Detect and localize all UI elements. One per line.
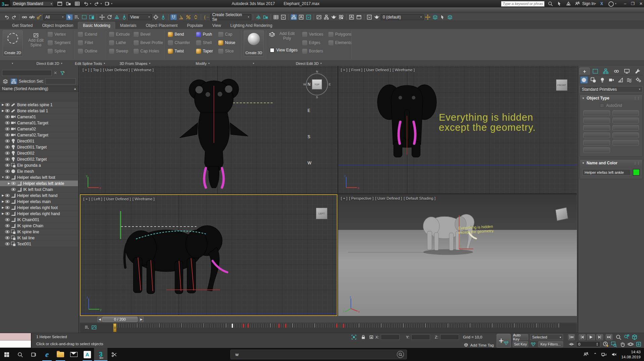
motion-tab-icon[interactable] (611, 68, 622, 75)
visibility-eye-icon[interactable] (5, 194, 10, 197)
ribbon-button[interactable]: Bevel (134, 31, 163, 38)
expand-arrow-icon[interactable]: ▶ (1, 109, 5, 112)
viewcube[interactable]: LEFT (316, 208, 327, 219)
selection-filter-dropdown[interactable]: All ▾ (43, 14, 65, 20)
ribbon-button[interactable]: Fillet (78, 39, 97, 46)
scene-object-row[interactable]: ▶ Helper elefas main (0, 199, 78, 205)
time-slider-handle[interactable]: 0 / 200 (102, 317, 138, 322)
menu-item[interactable] (12, 7, 19, 13)
ribbon-button[interactable]: Cap (218, 31, 235, 38)
scene-object-row[interactable]: ▶ Helper elefas right foot (0, 205, 78, 211)
named-selection-set-dropdown[interactable]: Create Selection Se ▾ (210, 14, 251, 20)
listener-script-row[interactable] (0, 340, 31, 348)
ribbon-button[interactable]: Taper (196, 48, 213, 54)
select-link-icon[interactable] (21, 14, 28, 20)
taskbar-search-icon[interactable] (13, 348, 27, 361)
select-object-icon[interactable] (66, 14, 73, 20)
scene-object-row[interactable]: Camera02.Target (0, 132, 78, 138)
sign-in-button[interactable]: Sign In ▾ (574, 1, 596, 7)
systems-icon[interactable] (635, 76, 643, 84)
app-logo-icon[interactable]: 3MAX (0, 0, 10, 7)
auto-key-button[interactable]: Auto Key (513, 334, 528, 340)
trackbar-mode-icons[interactable] (85, 325, 97, 330)
ribbon-button[interactable]: Cap Holes (134, 48, 163, 54)
key-mode-toggle-icon[interactable] (568, 341, 575, 347)
menu-item[interactable] (56, 7, 64, 13)
ribbon-tab[interactable]: Populate (182, 22, 208, 29)
trackbar-scale[interactable]: 0 (115, 323, 559, 333)
viewport-pov-label[interactable]: [ User Defined ] (364, 68, 391, 72)
primitive-button[interactable] (583, 118, 610, 123)
keyframe-marker[interactable] (278, 324, 280, 328)
keyword-search-input[interactable] (501, 1, 545, 7)
ribbon-button[interactable]: Bevel Profile (134, 39, 163, 46)
play-button[interactable] (587, 334, 595, 340)
ribbon-button[interactable]: Vertex (48, 31, 71, 38)
scene-object-row[interactable]: IK spine Chain (0, 223, 78, 229)
create-3d-button[interactable]: Create 3D (244, 30, 264, 56)
ribbon-button[interactable]: Polygons (328, 31, 352, 38)
undo-icon[interactable] (3, 14, 10, 20)
primitive-button[interactable] (583, 110, 610, 116)
compass-point[interactable]: S (316, 95, 318, 99)
ribbon-tab[interactable]: Object Inspection (37, 22, 78, 29)
viewport-name-label[interactable]: [ Perspective ] (349, 196, 374, 200)
ribbon-button[interactable]: Sweep (109, 48, 130, 54)
curve-editor-icon[interactable] (316, 14, 322, 20)
isolate-selection-icon[interactable] (424, 14, 431, 20)
current-frame-field[interactable]: 0 ▲▼ (576, 341, 600, 347)
visibility-eye-icon[interactable] (5, 152, 10, 155)
set-key-button[interactable]: Set Key (513, 341, 528, 347)
viewport-perspective[interactable]: [ + ] [ Perspective ] [ User Defined ] [… (338, 194, 577, 316)
display-hierarchy-icon[interactable] (10, 78, 17, 84)
viewport-menu-plus[interactable]: [ + ] (341, 196, 348, 200)
select-place-icon[interactable] (121, 14, 128, 20)
scene-object-row[interactable]: IK spine line (0, 229, 78, 235)
keyframe-marker[interactable] (285, 324, 286, 328)
create-2d-panel-chevron[interactable]: ▾ (1, 61, 24, 66)
scene-object-row[interactable]: Camera01.Target (0, 120, 78, 126)
viewport-left-active[interactable]: [ + ] [ Left ] [ User Defined ] [ Wirefr… (80, 194, 337, 316)
expand-arrow-icon[interactable]: ▶ (1, 103, 5, 106)
menu-item[interactable] (64, 7, 71, 13)
current-frame-handle[interactable]: 0 (113, 323, 117, 332)
object-name-field[interactable]: Helper elefas left ankle (583, 169, 631, 175)
rectangular-region-icon[interactable] (81, 14, 88, 20)
ribbon-button[interactable]: Chamfer (168, 39, 190, 46)
redo-history-chevron-icon[interactable]: ▾ (101, 2, 102, 5)
scene-object-row[interactable]: ▶ Bone elefas spine 1 (0, 102, 78, 108)
viewcube-compass[interactable]: TOP NESWNESW (304, 71, 330, 97)
scene-object-row[interactable]: Text001 (0, 241, 78, 247)
expand-arrow-icon[interactable]: ▶ (1, 194, 5, 197)
create-3d-panel-chevron[interactable]: ▾ (241, 61, 266, 66)
visibility-eye-icon[interactable] (11, 188, 16, 191)
expand-arrow-icon[interactable]: ▶ (1, 200, 5, 203)
scene-object-row[interactable]: Camera02 (0, 126, 78, 132)
menu-item[interactable] (71, 7, 79, 13)
visibility-eye-icon[interactable] (5, 164, 10, 167)
viewport-pov-label[interactable]: [ User Defined ] (375, 196, 402, 200)
maximize-viewport-icon[interactable] (635, 341, 642, 347)
primitive-button[interactable] (612, 118, 639, 123)
schematic-view-icon[interactable] (323, 14, 330, 20)
scene-object-row[interactable]: Ele mesh (0, 168, 78, 174)
zoom-all-icon[interactable] (623, 334, 630, 340)
menu-item[interactable] (86, 7, 93, 13)
cameras-icon[interactable] (607, 76, 615, 84)
viewport-shading-label[interactable]: [ Wireframe ] (393, 68, 415, 72)
key-filters-button[interactable]: Key Filters... (538, 341, 563, 347)
visibility-eye-icon[interactable] (5, 242, 10, 245)
material-editor-icon[interactable] (330, 14, 337, 20)
ribbon-button[interactable]: Lathe (109, 39, 130, 46)
track-bar[interactable]: 0 (80, 323, 577, 333)
snap-toggle-3d-icon[interactable] (170, 14, 177, 20)
viewport-menu-plus[interactable]: [ + ] (83, 197, 90, 201)
menu-item[interactable] (108, 7, 116, 13)
file-explorer-icon[interactable] (54, 348, 67, 361)
ribbon-button[interactable]: Vertices (302, 31, 323, 38)
search-filter-icon[interactable] (59, 70, 66, 76)
align-icon[interactable] (262, 14, 269, 20)
undo-icon[interactable] (83, 1, 89, 7)
project-chevron-icon[interactable]: ▾ (111, 2, 112, 5)
redo-icon[interactable] (93, 1, 100, 7)
